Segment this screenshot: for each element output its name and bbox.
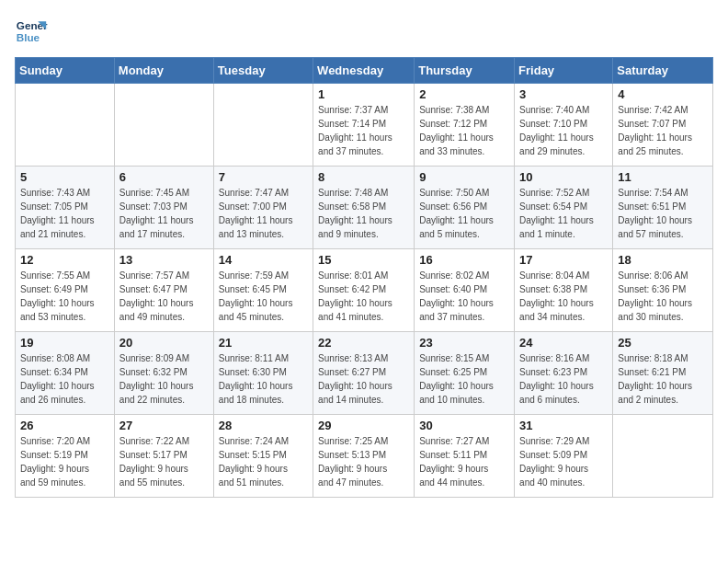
day-info: Sunrise: 7:24 AM Sunset: 5:15 PM Dayligh… [219,434,308,489]
calendar-cell: 18Sunrise: 8:06 AM Sunset: 6:36 PM Dayli… [613,249,713,332]
calendar-cell: 12Sunrise: 7:55 AM Sunset: 6:49 PM Dayli… [16,249,115,332]
calendar-cell: 16Sunrise: 8:02 AM Sunset: 6:40 PM Dayli… [415,249,515,332]
day-number: 7 [219,170,308,184]
calendar-table: SundayMondayTuesdayWednesdayThursdayFrid… [15,57,713,498]
day-info: Sunrise: 8:01 AM Sunset: 6:42 PM Dayligh… [318,269,409,324]
header: General Blue [15,15,713,48]
calendar-cell: 24Sunrise: 8:16 AM Sunset: 6:23 PM Dayli… [515,332,613,415]
day-info: Sunrise: 7:43 AM Sunset: 7:05 PM Dayligh… [20,186,109,241]
day-info: Sunrise: 7:25 AM Sunset: 5:13 PM Dayligh… [318,434,409,489]
calendar-cell [114,84,213,167]
calendar-cell: 23Sunrise: 8:15 AM Sunset: 6:25 PM Dayli… [415,332,515,415]
week-row-4: 19Sunrise: 8:08 AM Sunset: 6:34 PM Dayli… [16,332,713,415]
day-info: Sunrise: 8:16 AM Sunset: 6:23 PM Dayligh… [519,351,608,407]
calendar-cell: 5Sunrise: 7:43 AM Sunset: 7:05 PM Daylig… [16,167,115,249]
calendar-cell [213,84,313,167]
day-number: 26 [20,419,109,432]
day-number: 9 [419,170,509,184]
calendar-cell: 28Sunrise: 7:24 AM Sunset: 5:15 PM Dayli… [213,415,313,498]
day-number: 12 [20,253,109,267]
day-number: 24 [519,336,608,350]
calendar-cell: 7Sunrise: 7:47 AM Sunset: 7:00 PM Daylig… [213,167,313,249]
day-info: Sunrise: 7:45 AM Sunset: 7:03 PM Dayligh… [119,186,209,241]
day-info: Sunrise: 7:22 AM Sunset: 5:17 PM Dayligh… [119,434,209,489]
column-header-wednesday: Wednesday [313,58,415,84]
day-number: 4 [618,87,708,101]
calendar-cell [613,415,713,498]
day-number: 30 [419,419,509,432]
day-info: Sunrise: 8:11 AM Sunset: 6:30 PM Dayligh… [219,351,308,407]
day-number: 20 [119,336,209,350]
calendar-cell: 2Sunrise: 7:38 AM Sunset: 7:12 PM Daylig… [415,84,515,167]
calendar-cell: 19Sunrise: 8:08 AM Sunset: 6:34 PM Dayli… [16,332,115,415]
day-number: 16 [419,253,509,267]
day-info: Sunrise: 7:37 AM Sunset: 7:14 PM Dayligh… [318,103,409,158]
calendar-cell: 31Sunrise: 7:29 AM Sunset: 5:09 PM Dayli… [515,415,613,498]
calendar-cell: 25Sunrise: 8:18 AM Sunset: 6:21 PM Dayli… [613,332,713,415]
day-info: Sunrise: 7:57 AM Sunset: 6:47 PM Dayligh… [119,269,209,324]
calendar-cell: 4Sunrise: 7:42 AM Sunset: 7:07 PM Daylig… [613,84,713,167]
day-info: Sunrise: 7:38 AM Sunset: 7:12 PM Dayligh… [419,103,509,158]
day-info: Sunrise: 7:48 AM Sunset: 6:58 PM Dayligh… [318,186,409,241]
day-number: 13 [119,253,209,267]
day-number: 3 [519,87,608,101]
day-info: Sunrise: 8:04 AM Sunset: 6:38 PM Dayligh… [519,269,608,324]
calendar-cell: 30Sunrise: 7:27 AM Sunset: 5:11 PM Dayli… [415,415,515,498]
calendar-cell: 26Sunrise: 7:20 AM Sunset: 5:19 PM Dayli… [16,415,115,498]
day-info: Sunrise: 7:50 AM Sunset: 6:56 PM Dayligh… [419,186,509,241]
day-number: 23 [419,336,509,350]
header-row: SundayMondayTuesdayWednesdayThursdayFrid… [16,58,713,84]
day-number: 11 [618,170,708,184]
calendar-cell: 15Sunrise: 8:01 AM Sunset: 6:42 PM Dayli… [313,249,415,332]
day-number: 21 [219,336,308,350]
calendar-cell: 14Sunrise: 7:59 AM Sunset: 6:45 PM Dayli… [213,249,313,332]
day-number: 25 [618,336,708,350]
day-info: Sunrise: 8:02 AM Sunset: 6:40 PM Dayligh… [419,269,509,324]
column-header-tuesday: Tuesday [213,58,313,84]
day-info: Sunrise: 7:54 AM Sunset: 6:51 PM Dayligh… [618,186,708,241]
calendar-cell: 21Sunrise: 8:11 AM Sunset: 6:30 PM Dayli… [213,332,313,415]
day-info: Sunrise: 7:59 AM Sunset: 6:45 PM Dayligh… [219,269,308,324]
day-info: Sunrise: 7:29 AM Sunset: 5:09 PM Dayligh… [519,434,608,489]
day-number: 18 [618,253,708,267]
column-header-sunday: Sunday [16,58,115,84]
calendar-cell: 3Sunrise: 7:40 AM Sunset: 7:10 PM Daylig… [515,84,613,167]
day-number: 10 [519,170,608,184]
week-row-1: 1Sunrise: 7:37 AM Sunset: 7:14 PM Daylig… [16,84,713,167]
day-info: Sunrise: 8:08 AM Sunset: 6:34 PM Dayligh… [20,351,109,407]
calendar-cell: 22Sunrise: 8:13 AM Sunset: 6:27 PM Dayli… [313,332,415,415]
column-header-monday: Monday [114,58,213,84]
svg-text:Blue: Blue [17,31,40,43]
day-number: 28 [219,419,308,432]
column-header-thursday: Thursday [415,58,515,84]
day-number: 17 [519,253,608,267]
calendar-cell [16,84,115,167]
day-info: Sunrise: 8:13 AM Sunset: 6:27 PM Dayligh… [318,351,409,407]
day-number: 6 [119,170,209,184]
week-row-2: 5Sunrise: 7:43 AM Sunset: 7:05 PM Daylig… [16,167,713,249]
day-number: 2 [419,87,509,101]
day-number: 19 [20,336,109,350]
day-info: Sunrise: 8:15 AM Sunset: 6:25 PM Dayligh… [419,351,509,407]
day-number: 1 [318,87,409,101]
calendar-cell: 8Sunrise: 7:48 AM Sunset: 6:58 PM Daylig… [313,167,415,249]
day-info: Sunrise: 8:06 AM Sunset: 6:36 PM Dayligh… [618,269,708,324]
day-info: Sunrise: 7:27 AM Sunset: 5:11 PM Dayligh… [419,434,509,489]
day-info: Sunrise: 7:42 AM Sunset: 7:07 PM Dayligh… [618,103,708,158]
calendar-cell: 6Sunrise: 7:45 AM Sunset: 7:03 PM Daylig… [114,167,213,249]
calendar-cell: 9Sunrise: 7:50 AM Sunset: 6:56 PM Daylig… [415,167,515,249]
day-info: Sunrise: 7:20 AM Sunset: 5:19 PM Dayligh… [20,434,109,489]
logo: General Blue [15,15,48,48]
calendar-cell: 1Sunrise: 7:37 AM Sunset: 7:14 PM Daylig… [313,84,415,167]
calendar-cell: 10Sunrise: 7:52 AM Sunset: 6:54 PM Dayli… [515,167,613,249]
calendar-cell: 13Sunrise: 7:57 AM Sunset: 6:47 PM Dayli… [114,249,213,332]
day-number: 22 [318,336,409,350]
day-info: Sunrise: 8:09 AM Sunset: 6:32 PM Dayligh… [119,351,209,407]
column-header-saturday: Saturday [613,58,713,84]
day-number: 5 [20,170,109,184]
day-number: 29 [318,419,409,432]
day-info: Sunrise: 7:55 AM Sunset: 6:49 PM Dayligh… [20,269,109,324]
calendar-cell: 27Sunrise: 7:22 AM Sunset: 5:17 PM Dayli… [114,415,213,498]
day-number: 31 [519,419,608,432]
week-row-3: 12Sunrise: 7:55 AM Sunset: 6:49 PM Dayli… [16,249,713,332]
